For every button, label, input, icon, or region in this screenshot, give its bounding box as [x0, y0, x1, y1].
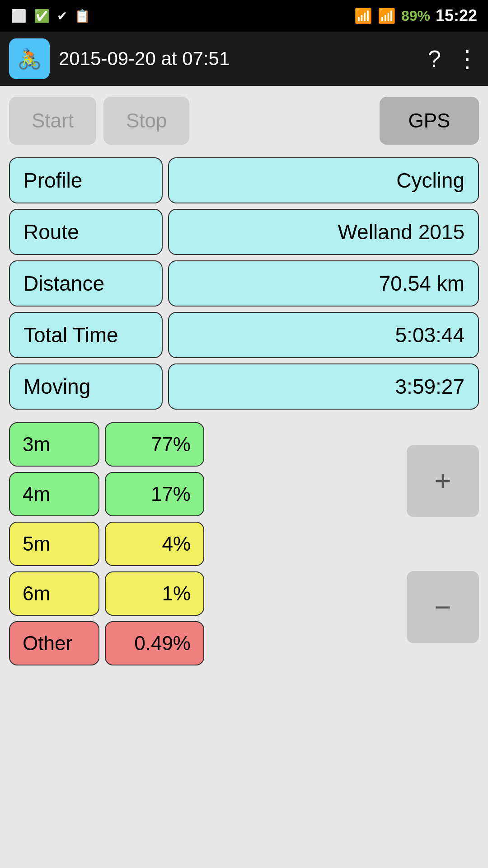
- stat-row-3m: 3m 77%: [9, 422, 398, 467]
- cycling-icon: 🚴: [17, 47, 42, 71]
- stats-grid: 3m 77% 4m 17% 5m 4% 6m 1% Other 0.49%: [9, 422, 398, 665]
- app-bar-actions: ? ⋮: [428, 45, 479, 72]
- stat-value-6m: 1%: [105, 571, 204, 616]
- menu-button[interactable]: ⋮: [455, 45, 479, 72]
- distance-value: 70.54 km: [168, 260, 479, 307]
- signal-icon: 📶: [378, 7, 396, 24]
- add-button[interactable]: +: [407, 445, 479, 517]
- profile-row: Profile Cycling: [9, 157, 479, 203]
- stat-value-3m: 77%: [105, 422, 204, 467]
- stat-value-5m: 4%: [105, 522, 204, 566]
- stat-value-4m: 17%: [105, 472, 204, 516]
- info-section: Profile Cycling Route Welland 2015 Dista…: [9, 157, 479, 410]
- route-value[interactable]: Welland 2015: [168, 209, 479, 255]
- notification-icon-4: 📋: [75, 9, 90, 24]
- distance-row: Distance 70.54 km: [9, 260, 479, 307]
- wifi-icon: 📶: [354, 7, 372, 24]
- total-time-label: Total Time: [9, 312, 163, 358]
- stat-row-5m: 5m 4%: [9, 522, 398, 566]
- stat-value-other: 0.49%: [105, 621, 204, 665]
- stat-label-5m[interactable]: 5m: [9, 522, 99, 566]
- app-title: 2015-09-20 at 07:51: [59, 48, 419, 70]
- stat-label-other[interactable]: Other: [9, 621, 99, 665]
- moving-value: 3:59:27: [168, 363, 479, 410]
- stat-label-4m[interactable]: 4m: [9, 472, 99, 516]
- stat-row-other: Other 0.49%: [9, 621, 398, 665]
- start-button[interactable]: Start: [9, 97, 96, 145]
- status-right: 📶 📶 89% 15:22: [354, 6, 477, 25]
- battery-level: 89%: [401, 8, 430, 24]
- route-label[interactable]: Route: [9, 209, 163, 255]
- profile-label[interactable]: Profile: [9, 157, 163, 203]
- status-bar: ⬜ ✅ ✔ 📋 📶 📶 89% 15:22: [0, 0, 488, 32]
- stat-row-6m: 6m 1%: [9, 571, 398, 616]
- notification-icon-1: ⬜: [11, 9, 27, 24]
- app-bar: 🚴 2015-09-20 at 07:51 ? ⋮: [0, 32, 488, 86]
- status-icons: ⬜ ✅ ✔ 📋: [11, 9, 90, 24]
- top-buttons: Start Stop GPS: [9, 97, 479, 145]
- minus-button[interactable]: −: [407, 571, 479, 643]
- main-content: Start Stop GPS Profile Cycling Route Wel…: [0, 86, 488, 689]
- help-button[interactable]: ?: [428, 45, 441, 72]
- gps-button[interactable]: GPS: [380, 97, 479, 145]
- moving-label: Moving: [9, 363, 163, 410]
- notification-icon-2: ✅: [34, 9, 50, 24]
- clock: 15:22: [436, 6, 477, 25]
- distance-label: Distance: [9, 260, 163, 307]
- stats-section: 3m 77% 4m 17% 5m 4% 6m 1% Other 0.49% +: [9, 422, 479, 665]
- notification-icon-3: ✔: [57, 9, 67, 24]
- stat-label-6m[interactable]: 6m: [9, 571, 99, 616]
- total-time-row: Total Time 5:03:44: [9, 312, 479, 358]
- total-time-value: 5:03:44: [168, 312, 479, 358]
- stat-row-4m: 4m 17%: [9, 472, 398, 516]
- profile-value[interactable]: Cycling: [168, 157, 479, 203]
- side-controls: + −: [407, 422, 479, 665]
- stat-label-3m[interactable]: 3m: [9, 422, 99, 467]
- moving-row: Moving 3:59:27: [9, 363, 479, 410]
- app-icon: 🚴: [9, 38, 50, 79]
- route-row: Route Welland 2015: [9, 209, 479, 255]
- stop-button[interactable]: Stop: [103, 97, 190, 145]
